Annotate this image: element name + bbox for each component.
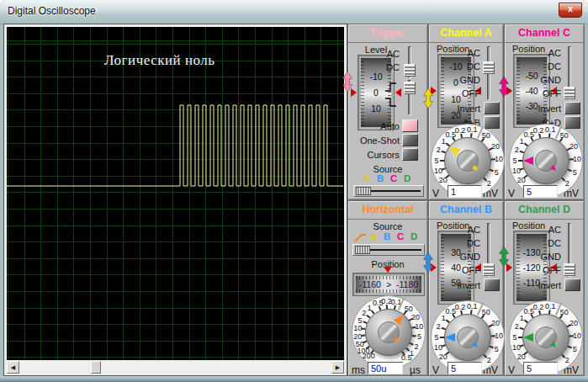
slider-thumb[interactable] [483, 263, 495, 276]
auto-button[interactable] [402, 119, 418, 132]
channel-c-gain-knob-scale-label: 5 [573, 168, 577, 177]
channel-b-unit-v: V [432, 364, 439, 376]
trigger-edge-slider[interactable] [403, 80, 416, 115]
trigger-source-a[interactable]: A [363, 173, 370, 183]
channel-a-coupling-slider[interactable] [482, 46, 495, 100]
horizontal-timebase-knob-scale-label: 10 [415, 322, 423, 331]
channel-d-gain-knob-scale-label: 20 [569, 319, 578, 327]
channel-a-value-input[interactable] [448, 185, 482, 198]
channel-a-invert-label: Invert [448, 103, 480, 114]
trigger-source-c[interactable]: C [390, 173, 397, 183]
channel-a-gain-knob-scale-label: 10 [495, 155, 503, 163]
channel-b-coupling-dc-label: DC [452, 238, 480, 248]
horizontal-timebase-knob-scale-label: 2 [362, 309, 366, 317]
scrollbar-left-arrow[interactable]: ◀ [7, 361, 19, 374]
channel-a-position-arrow [423, 88, 433, 109]
trigger-coupling-slider[interactable] [403, 46, 416, 78]
horizontal-position-value-right: -1180 [396, 279, 418, 289]
slider-thumb[interactable] [564, 263, 575, 276]
horizontal-source-b[interactable]: B [384, 231, 390, 241]
channel-b-invert-label: Invert [448, 280, 480, 290]
channel-c-coupling-ac-label: AC [532, 48, 561, 58]
scope-scrollbar[interactable]: ◀ ▶ [7, 361, 344, 374]
horizontal-panel: Horizontal Source ABCD Position [347, 200, 428, 376]
trigger-coupling-dc-label: DC [378, 62, 400, 72]
channel-a-gain-knob-scale-label: 20 [491, 142, 500, 151]
channel-a-coupling-dc-label: DC [452, 61, 480, 72]
channel-a-gain-knob-scale-label: 5 [434, 157, 438, 165]
trigger-source-slider[interactable] [353, 185, 424, 197]
channel-d-panel: Channel DPosition-130-120-110ACDCGNDOFFI… [504, 200, 585, 376]
horizontal-source-c[interactable]: C [397, 231, 404, 241]
slider-thumb[interactable] [404, 64, 416, 77]
horizontal-source-slider[interactable] [352, 244, 425, 256]
scale-tick [518, 160, 522, 162]
channel-a-coupling-ac-label: AC [452, 48, 480, 58]
horizontal-source-a[interactable]: A [370, 231, 377, 241]
channel-d-position-arrow [499, 247, 509, 267]
channel-b-gain-knob-scale-label: 2 [437, 322, 441, 331]
channel-c-gain-knob-pointer [523, 157, 533, 166]
channel-c-invert-button[interactable] [564, 102, 580, 114]
channel-a-panel-title: Channel A [429, 24, 503, 43]
close-button[interactable]: x [559, 3, 582, 18]
ramp-icon [354, 232, 367, 243]
title-bar[interactable]: Digital Oscilloscope x [0, 0, 588, 24]
horizontal-position-marker-top [384, 267, 392, 273]
channel-d-coupling-gnd-label: GND [532, 252, 561, 262]
cursors-button[interactable] [402, 148, 418, 161]
window-title: Digital Oscilloscope [8, 5, 96, 17]
trigger-coupling-ac-label: AC [378, 49, 400, 59]
horizontal-timebase-knob-scale-label: 2 [414, 342, 418, 351]
horizontal-timebase-knob-scale-label: 5 [417, 332, 421, 341]
scope-display[interactable]: Логический ноль [7, 27, 344, 360]
channel-b-coupling-ac-label: AC [452, 225, 480, 235]
channel-d-coupling-slider[interactable] [563, 223, 576, 277]
rising-edge-icon [384, 82, 398, 93]
channel-a-invert-button[interactable] [484, 102, 500, 114]
channel-c-c-plus-d-button[interactable] [564, 116, 580, 129]
scale-tick [440, 160, 444, 162]
timebase-unit-us: µs [410, 364, 421, 376]
slider-thumb[interactable] [356, 187, 371, 195]
trigger-source-d[interactable]: D [404, 173, 411, 183]
channel-a-panel: Channel APosition-1001020ACDCGNDOFFInver… [428, 24, 504, 200]
scope-screen-frame: Логический ноль ◀ ▶ [3, 24, 347, 376]
slider-thumb[interactable] [355, 246, 370, 254]
horizontal-position-dial[interactable]: -1160 > -1180 [352, 273, 425, 296]
channel-c-coupling-slider[interactable] [563, 46, 576, 100]
channel-d-gain-knob-scale-label: 2 [565, 356, 569, 364]
one-shot-button[interactable] [402, 134, 418, 146]
scale-tick [491, 335, 495, 337]
slider-thumb[interactable] [564, 87, 575, 99]
slider-thumb[interactable] [404, 82, 416, 94]
channel-c-gain-knob-scale-label: 5 [512, 157, 516, 165]
channel-a-gain-knob-scale-label: 2 [437, 146, 441, 154]
timebase-unit-ms: ms [352, 364, 365, 376]
channel-d-value-input[interactable] [523, 362, 558, 374]
channel-b-coupling-slider[interactable] [482, 223, 495, 277]
channel-b-coupling-off-label: OFF [452, 265, 480, 275]
scrollbar-right-arrow[interactable]: ▶ [331, 361, 344, 374]
channel-c-gain-knob-scale-label: 10 [573, 155, 581, 163]
channel-d-invert-button[interactable] [564, 279, 580, 291]
channel-d-gain-knob-scale-label: 5 [512, 333, 516, 342]
trigger-source-b[interactable]: B [377, 173, 384, 183]
channel-b-gain-knob-scale-label: 10 [495, 332, 503, 340]
slider-thumb[interactable] [483, 61, 495, 74]
channel-a-a-plus-b-button[interactable] [484, 116, 500, 129]
scrollbar-thumb[interactable] [91, 361, 101, 374]
channel-b-gain-knob-scale-label: 20 [491, 319, 500, 327]
auto-button-label: Auto [349, 121, 400, 131]
scale-tick [440, 337, 444, 338]
horizontal-source-d[interactable]: D [411, 231, 417, 241]
channel-d-coupling-off-label: OFF [532, 265, 561, 275]
horizontal-position-direction: > [386, 279, 391, 289]
channel-c-coupling-off-label: OFF [532, 88, 561, 98]
channel-a-coupling-gnd-label: GND [452, 75, 480, 85]
channel-b-invert-button[interactable] [484, 279, 500, 291]
channel-c-value-input[interactable] [523, 185, 558, 198]
channel-b-value-input[interactable] [448, 362, 482, 374]
timebase-value-input[interactable] [368, 362, 403, 374]
trigger-panel: Trigger Level -10010 AC DC [347, 24, 428, 200]
